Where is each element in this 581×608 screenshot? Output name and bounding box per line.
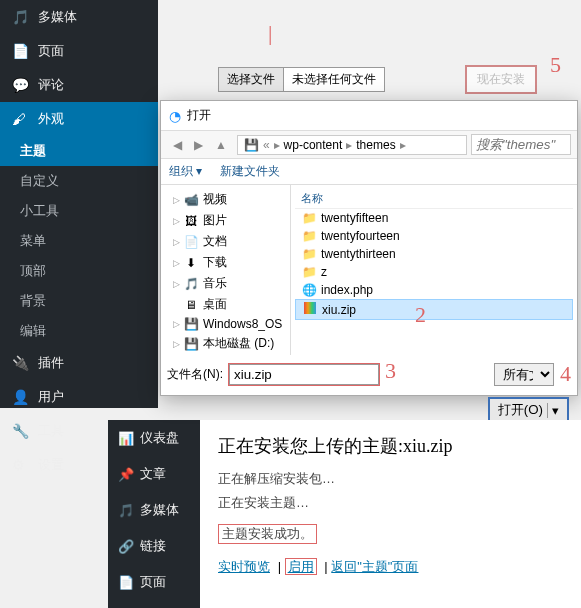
sidebar-label: 评论 bbox=[38, 76, 64, 94]
media-icon: 🎵 bbox=[118, 503, 134, 518]
install-result-panel: 正在安装您上传的主题:xiu.zip 正在解压缩安装包… 正在安装主题… 主题安… bbox=[200, 420, 581, 608]
sidebar2-pages[interactable]: 📄页面 bbox=[108, 564, 200, 600]
file-row[interactable]: 📁twentyfourteen bbox=[295, 227, 573, 245]
comment-icon: 💬 bbox=[12, 77, 30, 93]
sidebar-label: 外观 bbox=[38, 110, 64, 128]
open-dropdown-icon[interactable]: ▾ bbox=[547, 403, 559, 418]
page-icon: 📄 bbox=[12, 43, 30, 59]
filename-input[interactable] bbox=[229, 364, 379, 385]
sub-themes[interactable]: 主题 bbox=[0, 136, 158, 166]
sub-header[interactable]: 顶部 bbox=[0, 256, 158, 286]
tree-music[interactable]: ▷🎵音乐 bbox=[161, 273, 290, 294]
choose-file-button[interactable]: 选择文件 bbox=[218, 67, 284, 92]
folder-icon: 📁 bbox=[301, 211, 317, 225]
music-icon: 🎵 bbox=[183, 277, 199, 291]
new-folder-button[interactable]: 新建文件夹 bbox=[220, 163, 280, 180]
nav-back-icon[interactable]: ◀ bbox=[167, 136, 188, 154]
download-icon: ⬇ bbox=[183, 256, 199, 270]
folder-icon: 📁 bbox=[301, 247, 317, 261]
wrench-icon: 🔧 bbox=[12, 423, 30, 439]
path-sep: « bbox=[261, 138, 272, 152]
ie-icon: ◔ bbox=[169, 108, 181, 124]
gear-icon: ⚙ bbox=[12, 457, 30, 473]
sidebar-label: 用户 bbox=[38, 388, 64, 406]
file-row[interactable]: 📁twentyfifteen bbox=[295, 209, 573, 227]
disk-icon: 💾 bbox=[183, 337, 199, 351]
sidebar2-links[interactable]: 🔗链接 bbox=[108, 528, 200, 564]
annotation-3: 3 bbox=[385, 358, 396, 384]
annotation-2: 2 bbox=[415, 302, 581, 328]
sidebar-label: 工具 bbox=[38, 422, 64, 440]
install-now-button[interactable]: 现在安装 bbox=[465, 65, 537, 94]
sidebar-label: 设置 bbox=[38, 456, 64, 474]
nav-fwd-icon[interactable]: ▶ bbox=[188, 136, 209, 154]
annotation-4: 4 bbox=[560, 361, 571, 387]
sidebar-item-comments[interactable]: 💬 评论 bbox=[0, 68, 158, 102]
sidebar-item-pages[interactable]: 📄 页面 bbox=[0, 34, 158, 68]
tree-documents[interactable]: ▷📄文档 bbox=[161, 231, 290, 252]
link-return[interactable]: 返回"主题"页面 bbox=[331, 559, 418, 574]
tree-disk-d[interactable]: ▷💾本地磁盘 (D:) bbox=[161, 333, 290, 354]
nav-up-icon[interactable]: ▲ bbox=[209, 136, 233, 154]
folder-tree: ▷📹视频 ▷🖼图片 ▷📄文档 ▷⬇下载 ▷🎵音乐 🖥桌面 ▷💾Windows8_… bbox=[161, 185, 291, 355]
media-icon: 🎵 bbox=[12, 9, 30, 25]
sidebar-item-appearance[interactable]: 🖌 外观 bbox=[0, 102, 158, 136]
sub-menus[interactable]: 菜单 bbox=[0, 226, 158, 256]
dashboard-icon: 📊 bbox=[118, 431, 134, 446]
tree-windows8[interactable]: ▷💾Windows8_OS bbox=[161, 315, 290, 333]
document-icon: 📄 bbox=[183, 235, 199, 249]
sidebar2-media[interactable]: 🎵多媒体 bbox=[108, 492, 200, 528]
column-name-header[interactable]: 名称 bbox=[295, 189, 573, 209]
link-enable[interactable]: 启用 bbox=[285, 558, 317, 575]
sidebar-label: 插件 bbox=[38, 354, 64, 372]
sub-editor[interactable]: 编辑 bbox=[0, 316, 158, 346]
tree-videos[interactable]: ▷📹视频 bbox=[161, 189, 290, 210]
file-open-dialog: ◔ 打开 ◀ ▶ ▲ 💾 « ▸ wp-content ▸ themes ▸ 组… bbox=[160, 100, 578, 396]
php-file-icon: 🌐 bbox=[301, 283, 317, 297]
result-success: 主题安装成功。 bbox=[218, 524, 317, 544]
file-row[interactable]: 📁z bbox=[295, 263, 573, 281]
sidebar-label: 多媒体 bbox=[38, 8, 77, 26]
no-file-label: 未选择任何文件 bbox=[284, 67, 385, 92]
annotation-line: | bbox=[268, 20, 272, 46]
wp-admin-sidebar: 🎵 多媒体 📄 页面 💬 评论 🖌 外观 主题 自定义 小工具 菜单 顶部 背景… bbox=[0, 0, 158, 408]
path-input[interactable]: 💾 « ▸ wp-content ▸ themes ▸ bbox=[237, 135, 467, 155]
disk-icon: 💾 bbox=[242, 138, 261, 152]
video-icon: 📹 bbox=[183, 193, 199, 207]
sub-background[interactable]: 背景 bbox=[0, 286, 158, 316]
folder-icon: 📁 bbox=[301, 229, 317, 243]
dialog-toolbar: 组织 ▾ 新建文件夹 bbox=[161, 159, 577, 185]
sidebar2-comments[interactable]: 💬评论 bbox=[108, 600, 200, 608]
sub-widgets[interactable]: 小工具 bbox=[0, 196, 158, 226]
page-icon: 📄 bbox=[118, 575, 134, 590]
result-installing: 正在安装主题… bbox=[218, 494, 563, 512]
user-icon: 👤 bbox=[12, 389, 30, 405]
picture-icon: 🖼 bbox=[183, 214, 199, 228]
organize-menu[interactable]: 组织 ▾ bbox=[169, 163, 202, 180]
filename-label: 文件名(N): bbox=[167, 366, 223, 383]
tree-downloads[interactable]: ▷⬇下载 bbox=[161, 252, 290, 273]
sidebar2-posts[interactable]: 📌文章 bbox=[108, 456, 200, 492]
dialog-title-text: 打开 bbox=[187, 107, 211, 124]
result-links: 实时预览 | 启用 | 返回"主题"页面 bbox=[218, 558, 563, 576]
tree-pictures[interactable]: ▷🖼图片 bbox=[161, 210, 290, 231]
breadcrumb-bar: ◀ ▶ ▲ 💾 « ▸ wp-content ▸ themes ▸ bbox=[161, 130, 577, 159]
sidebar-item-users[interactable]: 👤 用户 bbox=[0, 380, 158, 414]
dialog-titlebar: ◔ 打开 bbox=[161, 101, 577, 130]
tree-desktop[interactable]: 🖥桌面 bbox=[161, 294, 290, 315]
file-list: 名称 📁twentyfifteen 📁twentyfourteen 📁twent… bbox=[291, 185, 577, 355]
brush-icon: 🖌 bbox=[12, 111, 30, 127]
result-title: 正在安装您上传的主题:xiu.zip bbox=[218, 434, 563, 458]
sub-customize[interactable]: 自定义 bbox=[0, 166, 158, 196]
pin-icon: 📌 bbox=[118, 467, 134, 482]
file-row[interactable]: 🌐index.php bbox=[295, 281, 573, 299]
link-preview[interactable]: 实时预览 bbox=[218, 559, 270, 574]
sidebar-item-plugins[interactable]: 🔌 插件 bbox=[0, 346, 158, 380]
wp-admin-sidebar-2: 📊仪表盘 📌文章 🎵多媒体 🔗链接 📄页面 💬评论 bbox=[108, 420, 200, 608]
desktop-icon: 🖥 bbox=[183, 298, 199, 312]
filetype-select[interactable]: 所有文件 bbox=[494, 363, 554, 386]
sidebar-item-media[interactable]: 🎵 多媒体 bbox=[0, 0, 158, 34]
search-input[interactable] bbox=[471, 134, 571, 155]
disk-icon: 💾 bbox=[183, 317, 199, 331]
file-row[interactable]: 📁twentythirteen bbox=[295, 245, 573, 263]
